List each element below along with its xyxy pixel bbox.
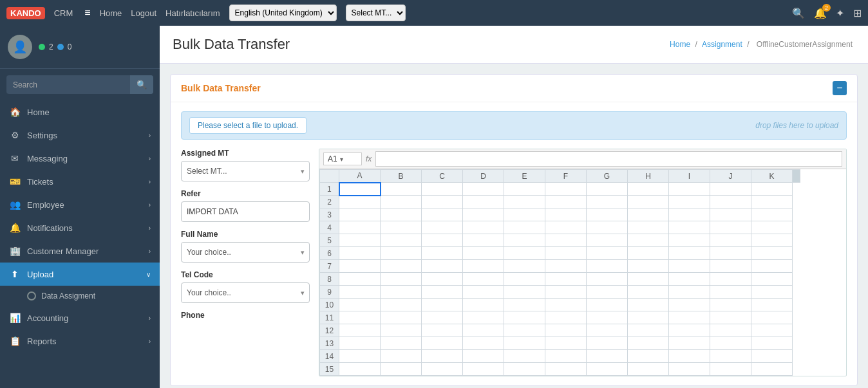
cell-B2[interactable] (381, 196, 422, 208)
cell-C1[interactable] (422, 183, 463, 196)
cell-A14[interactable] (339, 350, 381, 363)
hamburger-icon[interactable]: ≡ (84, 7, 90, 19)
nav-reminders-link[interactable]: Hatırlatıcılarım (165, 8, 220, 18)
cell-H14[interactable] (628, 350, 669, 363)
cell-E9[interactable] (504, 286, 545, 299)
cell-D4[interactable] (463, 221, 504, 234)
cell-K5[interactable] (751, 234, 793, 247)
cell-D8[interactable] (463, 273, 504, 286)
cell-C3[interactable] (422, 208, 463, 221)
cell-C4[interactable] (422, 221, 463, 234)
cell-I9[interactable] (669, 286, 710, 299)
cell-D15[interactable] (463, 363, 504, 376)
sheet-container[interactable]: ABCDEFGHIJK 123456789101112131415 (319, 169, 846, 376)
cell-G1[interactable] (587, 183, 628, 196)
cell-F5[interactable] (545, 234, 587, 247)
cell-F13[interactable] (545, 337, 587, 350)
cell-K13[interactable] (751, 337, 793, 350)
cell-G9[interactable] (587, 286, 628, 299)
cell-K14[interactable] (751, 350, 793, 363)
cell-B8[interactable] (381, 273, 422, 286)
cell-C13[interactable] (422, 337, 463, 350)
cell-A12[interactable] (339, 324, 381, 337)
cell-F4[interactable] (545, 221, 587, 234)
cell-F14[interactable] (545, 350, 587, 363)
cell-G8[interactable] (587, 273, 628, 286)
full-name-select[interactable]: Your choice.. (181, 242, 310, 263)
cell-C6[interactable] (422, 247, 463, 260)
cell-C11[interactable] (422, 311, 463, 324)
cell-B5[interactable] (381, 234, 422, 247)
cell-H11[interactable] (628, 311, 669, 324)
sidebar-item-notifications[interactable]: 🔔 Notifications › (0, 216, 160, 239)
cell-I11[interactable] (669, 311, 710, 324)
cell-G15[interactable] (587, 363, 628, 376)
cell-H5[interactable] (628, 234, 669, 247)
cell-C8[interactable] (422, 273, 463, 286)
cell-G4[interactable] (587, 221, 628, 234)
cell-E15[interactable] (504, 363, 545, 376)
cell-A10[interactable] (339, 299, 381, 311)
cell-J2[interactable] (710, 196, 751, 208)
cell-F12[interactable] (545, 324, 587, 337)
cell-E11[interactable] (504, 311, 545, 324)
cell-H13[interactable] (628, 337, 669, 350)
cell-F8[interactable] (545, 273, 587, 286)
cell-E2[interactable] (504, 196, 545, 208)
cell-I12[interactable] (669, 324, 710, 337)
cell-A11[interactable] (339, 311, 381, 324)
cell-D11[interactable] (463, 311, 504, 324)
cell-F11[interactable] (545, 311, 587, 324)
cell-B12[interactable] (381, 324, 422, 337)
cell-I13[interactable] (669, 337, 710, 350)
cell-J15[interactable] (710, 363, 751, 376)
cell-H4[interactable] (628, 221, 669, 234)
search-button[interactable]: 🔍 (130, 75, 153, 94)
nav-logout-link[interactable]: Logout (131, 8, 156, 18)
notification-icon-btn[interactable]: 🔔 2 (814, 7, 827, 19)
cell-B9[interactable] (381, 286, 422, 299)
cell-J7[interactable] (710, 260, 751, 273)
cell-D13[interactable] (463, 337, 504, 350)
cell-H2[interactable] (628, 196, 669, 208)
refer-input[interactable] (181, 201, 310, 222)
cell-H12[interactable] (628, 324, 669, 337)
cell-H10[interactable] (628, 299, 669, 311)
sidebar-item-home[interactable]: 🏠 Home (0, 100, 160, 124)
nav-home-link[interactable]: Home (100, 8, 122, 18)
cell-G2[interactable] (587, 196, 628, 208)
grid-icon-btn[interactable]: ⊞ (853, 7, 862, 19)
cell-K12[interactable] (751, 324, 793, 337)
cell-H8[interactable] (628, 273, 669, 286)
sidebar-item-reports[interactable]: 📋 Reports › (0, 329, 160, 353)
cell-D2[interactable] (463, 196, 504, 208)
language-select[interactable]: English (United Kingdom) Türkçe (229, 5, 337, 21)
cell-F7[interactable] (545, 260, 587, 273)
cell-I15[interactable] (669, 363, 710, 376)
cell-C12[interactable] (422, 324, 463, 337)
cell-B13[interactable] (381, 337, 422, 350)
cell-C10[interactable] (422, 299, 463, 311)
cell-J14[interactable] (710, 350, 751, 363)
cell-C7[interactable] (422, 260, 463, 273)
file-upload-button[interactable]: Please select a file to upload. (189, 117, 307, 134)
cell-B10[interactable] (381, 299, 422, 311)
cell-E8[interactable] (504, 273, 545, 286)
cell-K1[interactable] (751, 183, 793, 196)
cell-F6[interactable] (545, 247, 587, 260)
cell-G5[interactable] (587, 234, 628, 247)
cell-G14[interactable] (587, 350, 628, 363)
cell-H15[interactable] (628, 363, 669, 376)
cell-D12[interactable] (463, 324, 504, 337)
cell-A5[interactable] (339, 234, 381, 247)
cell-I1[interactable] (669, 183, 710, 196)
sidebar-item-accounting[interactable]: 📊 Accounting › (0, 306, 160, 329)
cell-I2[interactable] (669, 196, 710, 208)
cell-B15[interactable] (381, 363, 422, 376)
cell-D14[interactable] (463, 350, 504, 363)
cell-J13[interactable] (710, 337, 751, 350)
cell-F3[interactable] (545, 208, 587, 221)
cell-D3[interactable] (463, 208, 504, 221)
cell-E5[interactable] (504, 234, 545, 247)
cell-A6[interactable] (339, 247, 381, 260)
